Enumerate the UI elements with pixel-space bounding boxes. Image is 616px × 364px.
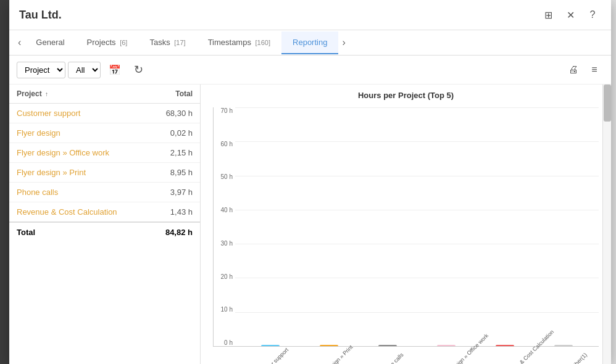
total-cell: 8,95 h <box>149 163 200 183</box>
x-label-group: Flyer design » Print <box>296 349 351 358</box>
bar <box>378 345 397 346</box>
y-axis-label: 60 h <box>221 141 233 147</box>
tab-general[interactable]: General <box>25 31 75 54</box>
x-label-group: Further(1) <box>544 349 599 358</box>
group-select-group: Project User Task All <box>17 62 101 78</box>
scroll-thumb[interactable] <box>604 85 611 122</box>
total-cell: 2,15 h <box>149 143 200 163</box>
list-icon: ⊞ <box>544 9 552 21</box>
x-axis-labels: Customer supportFlyer design » PrintPhon… <box>213 349 599 358</box>
close-button[interactable]: ✕ <box>562 6 579 23</box>
reporting-table: Project ↑ Total Customer support68,30 hF… <box>9 85 200 242</box>
project-cell: Phone calls <box>9 183 149 202</box>
bar-group <box>480 345 531 346</box>
tabs-bar: ‹ General Projects [6] Tasks [17] Timest… <box>9 30 611 56</box>
y-axis-label: 30 h <box>221 240 233 247</box>
close-icon: ✕ <box>567 9 575 21</box>
refresh-button[interactable]: ↻ <box>129 60 148 79</box>
modal-header-actions: ⊞ ✕ ? <box>539 6 601 23</box>
y-axis-label: 10 h <box>221 306 233 313</box>
chart-section: Hours per Project (Top 5) 70 h60 h50 h40… <box>201 85 611 364</box>
project-cell: Customer support <box>9 104 149 123</box>
project-cell: Flyer design » Office work <box>9 143 149 163</box>
total-cell: 0,02 h <box>149 123 200 143</box>
bar <box>496 345 514 346</box>
x-label-group: Flyer design » Office work <box>420 349 475 358</box>
help-button[interactable]: ? <box>584 6 601 23</box>
y-axis-label: 0 h <box>224 339 233 346</box>
tab-prev-button[interactable]: ‹ <box>14 30 25 55</box>
bar <box>261 345 280 346</box>
tab-tasks[interactable]: Tasks [17] <box>138 31 196 54</box>
modal-header: Tau Ltd. ⊞ ✕ ? <box>9 0 611 30</box>
total-cell: 1,43 h <box>149 202 200 223</box>
toolbar: Project User Task All 📅 ↻ 🖨 ≡ <box>9 56 611 85</box>
x-axis-label: Revenue & Cost Calculation <box>502 352 532 364</box>
y-axis-label: 50 h <box>221 173 233 180</box>
modal-container: Tau Ltd. ⊞ ✕ ? ‹ General Projects [6] Ta… <box>9 0 611 364</box>
calendar-icon: 📅 <box>109 64 121 76</box>
x-axis-label: Phone calls <box>380 352 404 364</box>
list-options-button[interactable]: ⊞ <box>539 6 557 23</box>
toolbar-right: 🖨 ≡ <box>564 60 604 79</box>
y-axis: 70 h60 h50 h40 h30 h20 h10 h0 h <box>214 107 235 346</box>
sort-icon: ↑ <box>45 91 48 97</box>
chart-title: Hours per Project (Top 5) <box>213 91 599 100</box>
project-cell: Flyer design » Print <box>9 163 149 183</box>
bar-group <box>421 345 472 346</box>
refresh-icon: ↻ <box>134 63 143 77</box>
total-cell: 3,97 h <box>149 183 200 202</box>
main-content: Project ↑ Total Customer support68,30 hF… <box>9 85 611 364</box>
bar-group <box>244 345 296 346</box>
chart-wrapper: 70 h60 h50 h40 h30 h20 h10 h0 h Customer… <box>213 107 599 358</box>
x-axis-label: Customer support <box>254 352 285 364</box>
table-row: Flyer design0,02 h <box>9 123 200 143</box>
help-icon: ? <box>590 9 596 20</box>
y-axis-label: 40 h <box>221 207 233 213</box>
project-cell: Revenue & Cost Calculation <box>9 202 149 223</box>
x-axis-label: Flyer design » Print <box>316 352 346 364</box>
filter-button[interactable]: ≡ <box>585 60 604 79</box>
table-row: Flyer design » Print8,95 h <box>9 163 200 183</box>
bar <box>554 345 573 346</box>
tab-timestamps[interactable]: Timestamps [160] <box>197 31 281 54</box>
x-label-group: Customer support <box>235 349 289 358</box>
table-row: Phone calls3,97 h <box>9 183 200 202</box>
bar <box>320 345 338 346</box>
table-footer-total: 84,82 h <box>149 222 200 242</box>
chart-area: 70 h60 h50 h40 h30 h20 h10 h0 h <box>213 107 599 347</box>
table-row: Revenue & Cost Calculation1,43 h <box>9 202 200 223</box>
tab-reporting[interactable]: Reporting <box>281 31 338 54</box>
table-row: Customer support68,30 h <box>9 104 200 123</box>
x-label-group: Revenue & Cost Calculation <box>482 349 536 358</box>
y-axis-label: 20 h <box>221 273 233 280</box>
app-sidebar <box>0 0 9 364</box>
table-row: Flyer design » Office work2,15 h <box>9 143 200 163</box>
bars-container <box>235 107 599 346</box>
bar <box>437 345 456 346</box>
tab-projects[interactable]: Projects [6] <box>76 31 139 54</box>
x-label-group: Phone calls <box>359 349 413 358</box>
print-icon: 🖨 <box>568 64 578 75</box>
table-section: Project ↑ Total Customer support68,30 hF… <box>9 85 201 364</box>
filter-icon: ≡ <box>591 64 597 75</box>
group-by-select[interactable]: Project User Task <box>17 62 65 78</box>
x-axis-label: Flyer design » Office work <box>440 352 470 364</box>
filter-all-select[interactable]: All <box>68 62 101 78</box>
calendar-button[interactable]: 📅 <box>106 60 124 79</box>
total-column-header[interactable]: Total <box>149 85 200 104</box>
project-column-header[interactable]: Project ↑ <box>9 85 149 104</box>
bar-group <box>362 345 413 346</box>
total-cell: 68,30 h <box>149 104 200 123</box>
print-button[interactable]: 🖨 <box>564 60 583 79</box>
scroll-track[interactable] <box>602 85 611 364</box>
x-axis-label: Further(1) <box>567 352 588 364</box>
table-footer-label: Total <box>9 222 149 242</box>
tab-next-button[interactable]: › <box>338 30 349 55</box>
y-axis-label: 70 h <box>221 107 233 114</box>
modal-title: Tau Ltd. <box>19 9 62 22</box>
project-cell: Flyer design <box>9 123 149 143</box>
bar-group <box>538 345 589 346</box>
